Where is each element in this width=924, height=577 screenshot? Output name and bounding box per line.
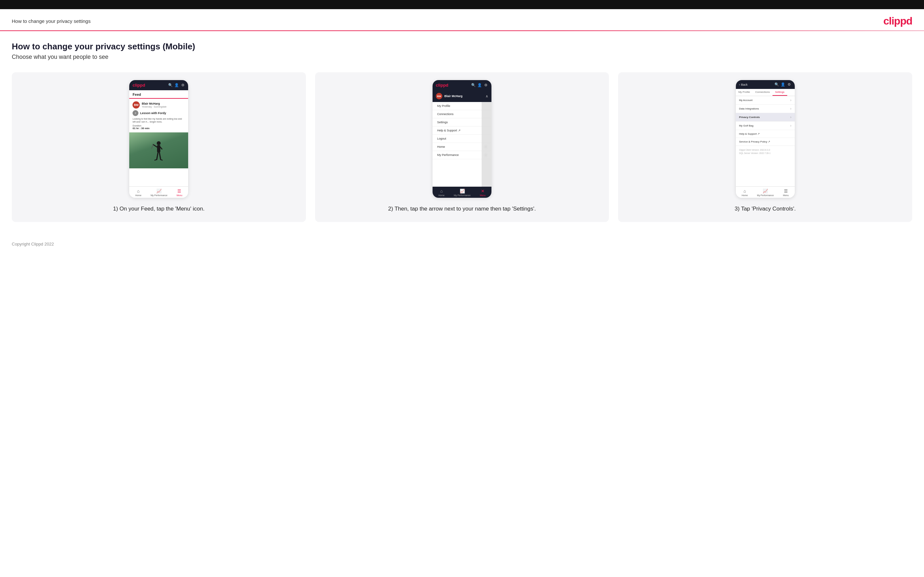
tab-connections[interactable]: Connections [753,89,772,96]
bottom-nav-menu-label-3: Menu [783,194,789,197]
step1-topbar: clippd 🔍 👤 ⚙ [129,80,188,90]
settings-icon: ⚙ [181,83,185,87]
feed-avatar: BM [132,102,140,108]
svg-line-5 [159,152,161,160]
menu-user-row: BM Blair McHarg ∧ [433,90,491,102]
user-icon-2: 👤 [478,83,482,87]
bottom-nav-home-label: Home [135,194,141,197]
tab-settings[interactable]: Settings [772,89,787,96]
feed-lesson-avatar: F [132,110,138,116]
settings-item-my-account-label: My Account [739,99,753,102]
feed-duration-value: 01 hr : 30 min [132,127,185,130]
main-content: How to change your privacy settings (Mob… [0,42,924,235]
settings-item-golf-bag[interactable]: My Golf Bag › [736,122,795,130]
step2-icons: 🔍 👤 ⚙ [472,83,488,87]
user-icon: 👤 [174,83,179,87]
settings-tabs: My Profile Connections Settings [736,89,795,96]
menu-username: Blair McHarg [444,95,463,98]
step-1-description: 1) On your Feed, tap the 'Menu' icon. [113,205,205,213]
logo: clippd [884,15,912,27]
settings-item-help[interactable]: Help & Support ↗ [736,130,795,138]
step1-bottombar: ⌂ Home 📈 My Performance ☰ Menu [129,186,188,198]
header: How to change your privacy settings clip… [0,9,924,31]
settings-item-my-account[interactable]: My Account › [736,96,795,105]
feed-post: BM Blair McHarg Yesterday · Sunningdale … [129,99,188,132]
step-3-description: 3) Tap 'Privacy Controls'. [735,205,796,213]
svg-line-8 [152,145,153,150]
bottom-nav-performance-2: 📈 My Performance [454,189,470,197]
menu-icon-3: ☰ [784,189,788,193]
bottom-nav-menu-label-2: Menu [480,194,486,197]
top-bar [0,0,924,9]
svg-line-3 [160,147,162,149]
settings-item-golf-bag-label: My Golf Bag [739,124,754,127]
steps-grid: clippd 🔍 👤 ⚙ Feed BM Blair McHarg [12,72,912,222]
feed-lesson-text: Looking to feel like my hands are exitin… [132,118,185,123]
footer: Copyright Clippd 2022 [0,235,924,253]
feed-username: Blair McHarg [142,102,166,106]
svg-line-4 [157,152,158,160]
settings-item-data-integrations-label: Data Integrations [739,107,759,110]
menu-icon: ☰ [177,189,181,193]
bottom-nav-home-2: ⌂ Home [438,189,445,197]
settings-icon-2: ⚙ [484,83,488,87]
bottom-nav-performance-label-3: My Performance [757,194,774,197]
feed-lesson-row: F Lesson with Fordy [132,110,185,116]
chevron-right-icon-1: › [790,98,791,102]
bottom-nav-menu: ☰ Menu [177,189,183,197]
copyright-text: Copyright Clippd 2022 [12,242,54,247]
step1-icons: 🔍 👤 ⚙ [168,83,185,87]
performance-icon-2: 📈 [460,189,465,193]
settings-item-privacy-controls[interactable]: Privacy Controls › [736,113,795,122]
bottom-nav-home: ⌂ Home [135,189,141,197]
gql-version: GQL Server Version: 2022.7.30-1 [739,152,792,155]
feed-tab: Feed [129,90,188,99]
feed-lesson-title: Lesson with Fordy [140,111,166,115]
home-icon: ⌂ [137,189,140,193]
bottom-nav-performance-label-2: My Performance [454,194,470,197]
chevron-right-icon-2: › [790,107,791,111]
bottom-nav-performance-label: My Performance [150,194,167,197]
golfer-figure [152,140,166,168]
home-icon-2: ⌂ [440,189,443,193]
search-icon-2: 🔍 [472,83,476,87]
settings-list: My Account › Data Integrations › Privacy… [736,96,795,186]
page-subtitle: Choose what you want people to see [12,53,912,60]
settings-icon-3: ⚙ [787,82,792,87]
tab-my-profile[interactable]: My Profile [736,89,753,96]
step-1-phone: clippd 🔍 👤 ⚙ Feed BM Blair McHarg [129,80,188,198]
svg-point-0 [157,141,161,145]
performance-icon-3: 📈 [763,189,768,193]
step-3-phone: ‹ Back 🔍 👤 ⚙ My Profile Connections Sett… [736,80,795,198]
feed-golf-image [129,132,188,168]
step2-logo: clippd [436,83,448,88]
back-button[interactable]: ‹ Back [739,83,748,86]
feed-usermeta: Yesterday · Sunningdale [142,106,166,108]
menu-items-list: My Profile Connections Settings Help & S… [433,102,491,187]
step-2-phone: clippd 🔍 👤 ⚙ BM Blair McHarg ∧ [433,80,491,198]
svg-line-6 [155,160,157,160]
back-label: Back [741,83,748,86]
settings-item-help-label: Help & Support ↗ [739,132,760,135]
home-icon-3: ⌂ [743,189,746,193]
bottom-nav-performance: 📈 My Performance [150,189,167,197]
step3-bottombar: ⌂ Home 📈 My Performance ☰ Menu [736,186,795,198]
settings-item-data-integrations[interactable]: Data Integrations › [736,105,795,113]
feed-duration-label: Duration [132,124,185,127]
step-2-card: clippd 🔍 👤 ⚙ BM Blair McHarg ∧ [315,72,609,222]
svg-line-2 [153,145,157,147]
step1-content: Feed BM Blair McHarg Yesterday · Sunning… [129,90,188,186]
feed-user-info: Blair McHarg Yesterday · Sunningdale [142,102,166,108]
settings-item-privacy-policy[interactable]: Service & Privacy Policy ↗ [736,138,795,146]
svg-line-7 [161,160,162,160]
settings-item-privacy-controls-label: Privacy Controls [739,116,760,119]
step1-logo: clippd [132,83,145,88]
feed-user-row: BM Blair McHarg Yesterday · Sunningdale [132,102,185,108]
performance-icon: 📈 [157,189,162,193]
bottom-nav-menu-3: ☰ Menu [783,189,789,197]
bottom-nav-home-label-2: Home [438,194,445,197]
blurred-overlay [481,102,491,187]
back-chevron-icon: ‹ [739,83,740,86]
step3-icons: 🔍 👤 ⚙ [775,82,792,87]
chevron-right-icon-4: › [790,124,791,127]
